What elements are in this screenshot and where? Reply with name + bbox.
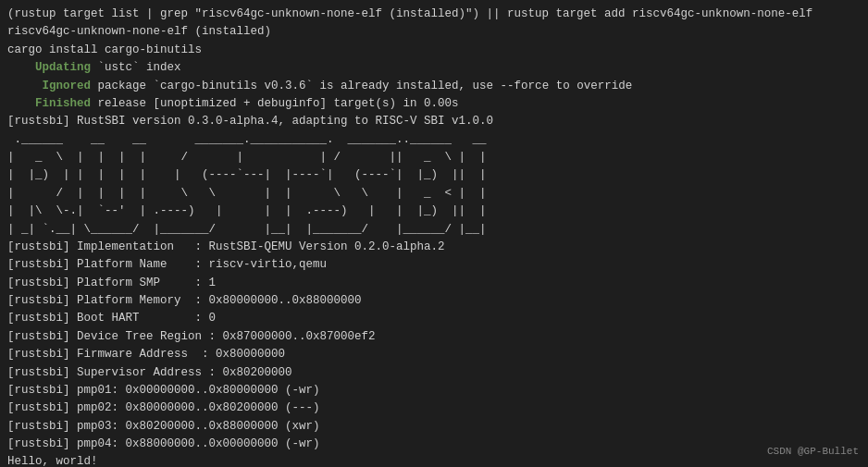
terminal-ascii-art: | _ \ | | | | / | | / || _ \ | | [7, 149, 861, 166]
terminal-line: [rustsbi] pmp02: 0x80000000..0x80200000 … [7, 399, 861, 417]
terminal-line: [rustsbi] pmp01: 0x00000000..0x80000000 … [7, 382, 861, 399]
terminal-ascii-art: | / | | | | \ \ | | \ \ | _ < | | [7, 185, 861, 203]
terminal-line: [rustsbi] Supervisor Address : 0x8020000… [7, 364, 861, 382]
terminal-line: [rustsbi] Device Tree Region : 0x8700000… [7, 328, 861, 346]
terminal-line: riscv64gc-unknown-none-elf (installed) [7, 23, 861, 41]
terminal-line: [rustsbi] Implementation : RustSBI-QEMU … [7, 239, 861, 256]
terminal-line: [rustsbi] Platform Name : riscv-virtio,q… [7, 256, 861, 274]
terminal-ascii-art: | _| `.__| \______/ |_______/ |__| |____… [7, 221, 861, 239]
terminal-ascii-art: | |_) | | | | | | (----`---| |----`| (--… [7, 166, 861, 184]
terminal: (rustup target list | grep "riscv64gc-un… [0, 0, 868, 467]
terminal-line: [rustsbi] Boot HART : 0 [7, 310, 861, 327]
terminal-line: [rustsbi] RustSBI version 0.3.0-alpha.4,… [7, 113, 861, 130]
terminal-line: [rustsbi] pmp03: 0x80200000..0x88000000 … [7, 418, 861, 436]
terminal-line: [rustsbi] Firmware Address : 0x80000000 [7, 346, 861, 363]
terminal-line: [rustsbi] Platform Memory : 0x80000000..… [7, 292, 861, 310]
terminal-ascii-art: .______ __ __ _______.___________. _____… [7, 131, 861, 149]
terminal-line-hello: Hello, world! [7, 453, 861, 467]
terminal-line-finished: Finished release [unoptimized + debuginf… [7, 95, 861, 113]
terminal-line: (rustup target list | grep "riscv64gc-un… [7, 6, 861, 23]
terminal-line: Ignored package `cargo-binutils v0.3.6` … [7, 78, 861, 95]
watermark: CSDN @GP-Bullet [767, 444, 859, 460]
terminal-line: [rustsbi] Platform SMP : 1 [7, 275, 861, 292]
terminal-line: cargo install cargo-binutils [7, 42, 861, 59]
terminal-line: Updating `ustc` index [7, 59, 861, 77]
terminal-ascii-art: | |\ \-.| `--' | .----) | | | .----) | |… [7, 203, 861, 220]
terminal-line: [rustsbi] pmp04: 0x88000000..0x00000000 … [7, 436, 861, 453]
